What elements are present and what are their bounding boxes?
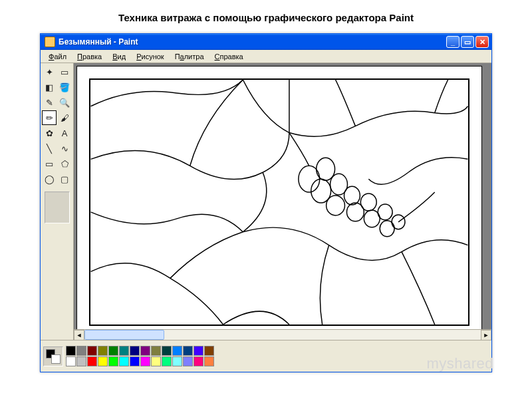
svg-point-7 [360, 194, 376, 211]
scroll-thumb[interactable] [84, 330, 164, 340]
color-swatch[interactable] [98, 356, 108, 366]
color-swatch[interactable] [87, 346, 97, 356]
current-colors[interactable] [43, 346, 63, 366]
color-swatch[interactable] [130, 346, 140, 356]
free-select-tool[interactable]: ✦ [42, 65, 57, 79]
svg-point-9 [378, 204, 392, 220]
background-swatch[interactable] [51, 354, 61, 364]
maximize-button[interactable]: ▭ [461, 36, 474, 48]
color-swatch[interactable] [76, 356, 86, 366]
minimize-button[interactable]: _ [446, 36, 460, 48]
scroll-track[interactable] [84, 330, 481, 340]
color-box [41, 340, 491, 372]
polygon-tool[interactable]: ⬠ [57, 156, 72, 171]
color-swatch[interactable] [183, 356, 193, 366]
app-icon [45, 37, 55, 47]
horizontal-scrollbar[interactable]: ◄ ► [74, 329, 491, 340]
color-swatch[interactable] [204, 346, 214, 356]
menu-рисунок[interactable]: Рисунок [131, 51, 170, 62]
color-swatch[interactable] [98, 346, 108, 356]
airbrush-tool[interactable]: ✿ [42, 126, 57, 140]
rectangle-tool[interactable]: ▭ [42, 156, 57, 171]
svg-point-4 [327, 196, 345, 215]
rect-select-tool[interactable]: ▭ [57, 65, 72, 79]
text-tool[interactable]: A [57, 126, 72, 140]
drawing-canvas[interactable] [76, 66, 482, 329]
color-swatch[interactable] [140, 356, 150, 366]
eraser-tool[interactable]: ◧ [42, 80, 57, 94]
color-swatch[interactable] [87, 356, 97, 366]
color-swatch[interactable] [172, 356, 182, 366]
color-swatch[interactable] [194, 356, 203, 366]
close-button[interactable]: ✕ [475, 36, 489, 48]
color-swatch[interactable] [140, 346, 150, 356]
window-title: Безымянный - Paint [59, 37, 446, 47]
rounded-rect-tool[interactable]: ▢ [57, 172, 72, 186]
color-swatch[interactable] [119, 346, 129, 356]
tool-options-panel [45, 192, 70, 223]
stained-glass-artwork [90, 80, 468, 325]
toolbox: ✦▭◧🪣✎🔍✏🖌✿A╲∿▭⬠◯▢ [41, 63, 74, 340]
color-swatch[interactable] [151, 346, 161, 356]
color-swatch[interactable] [194, 346, 203, 356]
menu-правка[interactable]: Правка [72, 51, 107, 62]
eyedropper-tool[interactable]: ✎ [42, 95, 57, 110]
menubar: ФайлПравкаВидРисунокПалитраСправка [41, 50, 491, 63]
color-swatch[interactable] [162, 346, 172, 356]
svg-point-11 [392, 215, 405, 229]
titlebar[interactable]: Безымянный - Paint _ ▭ ✕ [41, 34, 491, 50]
pencil-tool[interactable]: ✏ [42, 110, 57, 125]
menu-файл[interactable]: Файл [43, 51, 72, 62]
menu-справка[interactable]: Справка [209, 51, 249, 62]
color-swatch[interactable] [108, 346, 118, 356]
canvas-viewport [74, 63, 491, 329]
color-swatch[interactable] [204, 356, 214, 366]
color-swatch[interactable] [119, 356, 129, 366]
color-swatch[interactable] [66, 346, 76, 356]
color-swatch[interactable] [66, 356, 76, 366]
scroll-left-button[interactable]: ◄ [74, 330, 84, 340]
svg-point-5 [344, 186, 360, 205]
color-swatch[interactable] [151, 356, 161, 366]
paint-window: Безымянный - Paint _ ▭ ✕ ФайлПравкаВидРи… [40, 33, 492, 372]
brush-tool[interactable]: 🖌 [57, 110, 72, 125]
color-swatch[interactable] [162, 356, 172, 366]
color-swatch[interactable] [172, 346, 182, 356]
color-swatch[interactable] [130, 356, 140, 366]
color-swatch[interactable] [183, 346, 193, 356]
fill-tool[interactable]: 🪣 [57, 80, 72, 94]
menu-палитра[interactable]: Палитра [170, 51, 209, 62]
ellipse-tool[interactable]: ◯ [42, 172, 57, 186]
menu-вид[interactable]: Вид [107, 51, 131, 62]
curve-tool[interactable]: ∿ [57, 141, 72, 156]
color-palette [66, 346, 214, 366]
color-swatch[interactable] [108, 356, 118, 366]
line-tool[interactable]: ╲ [42, 141, 57, 156]
scroll-right-button[interactable]: ► [481, 330, 491, 340]
color-swatch[interactable] [76, 346, 86, 356]
magnifier-tool[interactable]: 🔍 [57, 95, 72, 110]
slide-title: Техника витража с помощью графического р… [0, 0, 532, 31]
